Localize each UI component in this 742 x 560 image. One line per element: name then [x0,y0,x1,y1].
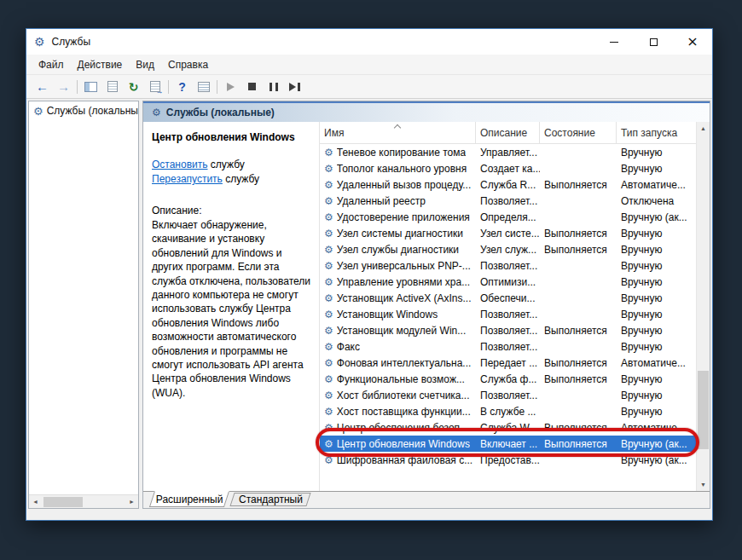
table-row[interactable]: Хост поставщика функции...В службе ...Вр… [320,403,698,419]
scroll-down-icon[interactable]: ▼ [697,478,710,491]
toolbar-separator [77,80,78,94]
services-window: Службы × ФайлДействиеВидСправка Службы (… [26,28,713,521]
table-row[interactable]: Узел системы диагностикиУзел систе...Вып… [320,225,698,241]
stop-service-link[interactable]: Остановить [152,159,208,170]
export-list-icon[interactable] [144,77,165,96]
service-gear-icon [324,358,333,368]
refresh-icon[interactable] [123,77,144,96]
close-icon: × [687,35,698,49]
tree-hscroll-thumb[interactable] [43,497,83,507]
start-service-icon[interactable] [220,77,241,96]
service-gear-icon [324,293,333,303]
selected-service-title: Центр обновления Windows [152,131,295,143]
maximize-button[interactable] [634,29,673,55]
help-icon[interactable] [171,77,193,96]
service-gear-icon [324,180,333,190]
menu-help[interactable]: Справка [161,56,215,73]
table-row[interactable]: Тополог канального уровняСоздает ка...Вр… [320,160,698,176]
service-gear-icon [324,439,333,449]
column-header-status[interactable]: Состояние [540,122,617,143]
table-row[interactable]: Центр обновления WindowsВключает ...Выпо… [320,436,698,452]
table-row[interactable]: Функциональные возмож...Служба ф...Выпол… [320,371,698,387]
table-row[interactable]: Удостоверение приложенияОпределя...Вручн… [320,209,698,225]
console-tree-panel: Службы (локальные) ◄ ► [28,101,139,509]
service-detail-pane: Центр обновления Windows Остановить служ… [143,122,320,491]
services-app-icon [34,36,45,48]
toolbar [26,75,712,99]
table-row[interactable]: Установщик WindowsПозволяет...Вручную [320,306,698,322]
service-gear-icon [324,309,333,320]
list-vertical-scrollbar[interactable]: ▲ ▼ [696,122,710,491]
title-bar: Службы × [26,29,712,55]
table-row[interactable]: Установщик ActiveX (AxIns...Обеспечи...В… [320,290,698,306]
service-gear-icon [324,212,333,222]
menu-view[interactable]: Вид [129,56,161,73]
properties-icon[interactable] [101,77,123,96]
result-pane-title: Службы (локальные) [166,107,275,118]
table-row[interactable]: Теневое копирование томаУправляет...Вруч… [320,144,698,160]
table-row[interactable]: Центр обеспечения безоп...Служба W...Вып… [320,419,698,436]
tab-standard[interactable]: Стандартный [229,493,310,506]
view-tabs: РасширенныйСтандартный [143,491,710,508]
table-row[interactable]: Удаленный реестрПозволяет...Отключена [320,193,698,209]
minimize-button[interactable] [594,29,634,55]
table-row[interactable]: Удаленный вызов процеду...Служба R...Вып… [320,176,698,193]
table-row[interactable]: Фоновая интеллектуальна...Передает ...Вы… [320,355,698,371]
table-row[interactable]: Хост библиотеки счетчика...Позволяет...В… [320,387,698,403]
sort-ascending-icon [394,124,401,131]
vscroll-thumb[interactable] [698,371,709,449]
services-icon [152,107,161,118]
stop-service-icon[interactable] [241,77,263,96]
scroll-left-icon[interactable]: ◄ [29,495,42,509]
forward-icon[interactable] [53,77,74,96]
table-row[interactable]: Узел универсальных PNP-...Позволяет...Вр… [320,257,698,274]
service-gear-icon [324,277,333,287]
service-gear-icon [324,261,333,271]
service-gear-icon [324,326,333,336]
show-console-tree-icon[interactable] [80,77,101,96]
column-header-startup[interactable]: Тип запуска [617,122,698,143]
menu-file[interactable]: Файл [32,56,71,73]
table-row[interactable]: ФаксПозволяет...Вручную [320,338,698,355]
service-gear-icon [324,374,333,384]
service-gear-icon [324,455,333,465]
console-body: Службы (локальные) ◄ ► Службы (локальные… [26,99,712,520]
services-icon [33,106,43,117]
column-header-name[interactable]: Имя [320,122,476,143]
toolbar-separator [217,80,217,94]
service-action-links: Остановить службуПерезапустить службу [152,158,259,187]
extended-view-icon[interactable] [193,77,214,96]
table-row[interactable]: Управление уровнями хра...Оптимизи...Вру… [320,274,698,290]
service-gear-icon [324,423,333,433]
tree-hscroll-track[interactable] [42,495,125,508]
scroll-up-icon[interactable]: ▲ [697,122,710,135]
column-header-description[interactable]: Описание [476,122,540,143]
maximize-icon [650,38,658,46]
table-row[interactable]: Шифрованная файловая с...Предостав...Вру… [320,452,698,468]
table-row[interactable]: Установщик модулей Win...Позволяет...Вып… [320,322,698,338]
service-gear-icon [324,228,333,239]
minimize-icon [610,42,618,43]
tab-extended[interactable]: Расширенный [149,491,229,507]
service-gear-icon [324,164,333,174]
toolbar-separator [168,80,169,94]
scroll-right-icon[interactable]: ► [125,495,138,509]
restart-service-icon[interactable] [284,77,305,96]
services-list: ИмяОписаниеСостояниеТип запуска Теневое … [320,122,698,491]
description-label: Описание: [152,205,202,216]
table-row[interactable]: Узел службы диагностикиУзел служ...Выпол… [320,241,698,257]
tree-horizontal-scrollbar[interactable]: ◄ ► [29,494,138,508]
window-controls: × [594,29,712,55]
menu-action[interactable]: Действие [71,56,130,73]
result-pane-header: Службы (локальные) [143,101,710,122]
services-table-body: Теневое копирование томаУправляет...Вруч… [320,144,698,491]
result-pane: Службы (локальные) Центр обновления Wind… [142,101,710,509]
tree-item-services-local[interactable]: Службы (локальные) [29,101,138,119]
service-gear-icon [324,407,333,417]
restart-service-link[interactable]: Перезапустить [152,173,223,185]
pause-service-icon[interactable] [263,77,284,96]
close-button[interactable]: × [673,29,712,55]
service-gear-icon [324,390,333,401]
service-gear-icon [324,245,333,255]
back-icon[interactable] [32,77,53,96]
